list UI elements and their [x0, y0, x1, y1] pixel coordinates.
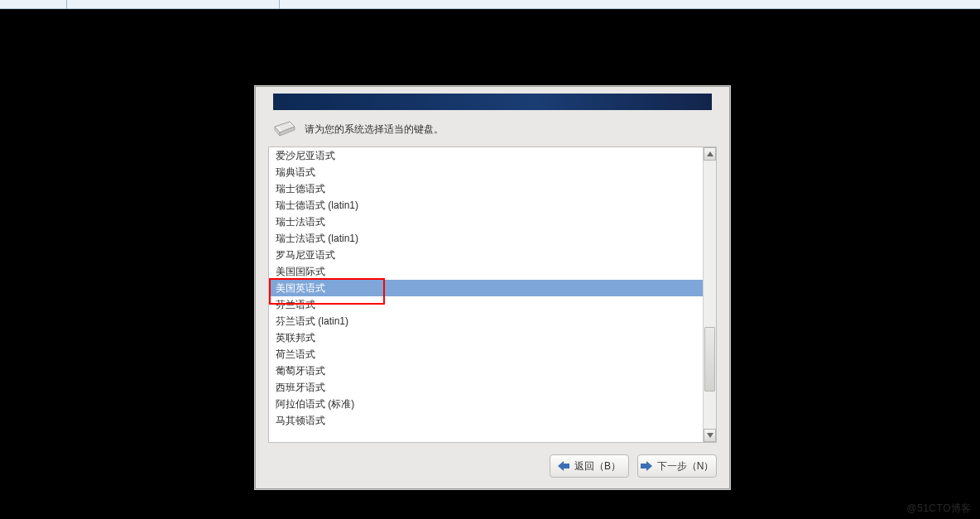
- installer-window: 请为您的系统选择适当的键盘。 爱沙尼亚语式瑞典语式瑞士德语式瑞士德语式 (lat…: [254, 85, 731, 490]
- list-item[interactable]: 芬兰语式: [269, 296, 703, 313]
- ruler-tick: [279, 0, 280, 9]
- list-item[interactable]: 瑞典语式: [269, 164, 703, 180]
- next-button[interactable]: 下一步（N）: [637, 454, 717, 478]
- list-item[interactable]: 美国国际式: [269, 263, 703, 280]
- prompt-text: 请为您的系统选择适当的键盘。: [305, 123, 444, 137]
- prompt-row: 请为您的系统选择适当的键盘。: [273, 118, 712, 140]
- button-row: 返回（B） 下一步（N）: [255, 443, 730, 488]
- list-item[interactable]: 罗马尼亚语式: [269, 247, 703, 263]
- list-item[interactable]: 瑞士德语式: [269, 180, 703, 197]
- svg-marker-6: [707, 151, 713, 156]
- scroll-down-button[interactable]: [704, 429, 716, 442]
- desktop-background: 请为您的系统选择适当的键盘。 爱沙尼亚语式瑞典语式瑞士德语式瑞士德语式 (lat…: [0, 9, 980, 519]
- list-item[interactable]: 西班牙语式: [269, 379, 703, 396]
- list-item[interactable]: 荷兰语式: [269, 346, 703, 363]
- keyboard-list-frame: 爱沙尼亚语式瑞典语式瑞士德语式瑞士德语式 (latin1)瑞士法语式瑞士法语式 …: [268, 147, 717, 443]
- next-button-label: 下一步（N）: [657, 459, 714, 473]
- list-item[interactable]: 瑞士法语式: [269, 214, 703, 230]
- svg-marker-7: [707, 433, 713, 438]
- list-item[interactable]: 马其顿语式: [269, 412, 703, 429]
- svg-marker-9: [641, 461, 652, 471]
- keyboard-list[interactable]: 爱沙尼亚语式瑞典语式瑞士德语式瑞士德语式 (latin1)瑞士法语式瑞士法语式 …: [269, 147, 703, 442]
- list-item[interactable]: 阿拉伯语式 (标准): [269, 396, 703, 412]
- list-item[interactable]: 美国英语式: [269, 280, 703, 296]
- top-ruler: [0, 0, 980, 9]
- scrollbar[interactable]: [703, 147, 716, 442]
- list-item[interactable]: 瑞士法语式 (latin1): [269, 230, 703, 247]
- arrow-left-icon: [558, 461, 569, 471]
- svg-marker-8: [558, 461, 569, 471]
- back-button[interactable]: 返回（B）: [550, 454, 629, 478]
- back-button-label: 返回（B）: [574, 459, 621, 473]
- list-item[interactable]: 芬兰语式 (latin1): [269, 313, 703, 329]
- scroll-track[interactable]: [704, 161, 716, 429]
- list-item[interactable]: 爱沙尼亚语式: [269, 147, 703, 164]
- ruler-tick: [66, 0, 67, 9]
- watermark: @51CTO博客: [906, 502, 972, 516]
- arrow-right-icon: [641, 461, 652, 471]
- scroll-thumb[interactable]: [704, 327, 715, 392]
- installer-banner: [273, 94, 712, 110]
- list-item[interactable]: 葡萄牙语式: [269, 363, 703, 379]
- keyboard-icon: [273, 120, 296, 138]
- list-item[interactable]: 瑞士德语式 (latin1): [269, 197, 703, 214]
- scroll-up-button[interactable]: [704, 147, 716, 161]
- list-item[interactable]: 英联邦式: [269, 329, 703, 346]
